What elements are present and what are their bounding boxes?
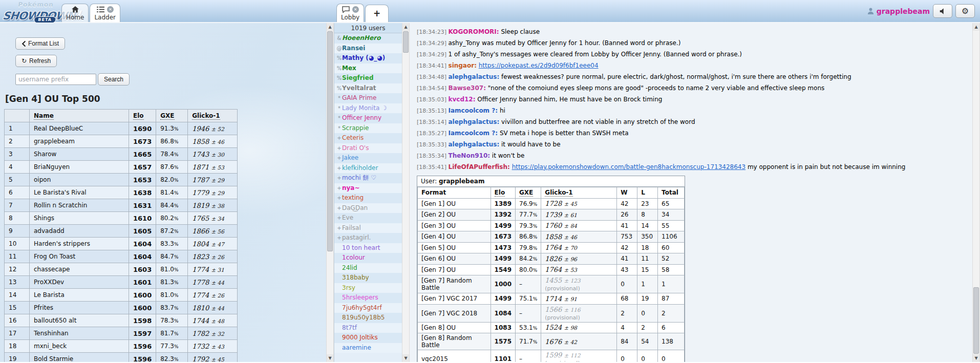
- scroll-up-icon[interactable]: ▲: [402, 23, 409, 31]
- sound-button[interactable]: [933, 4, 952, 18]
- userlist-user[interactable]: %Yveltalrat: [334, 83, 402, 94]
- userlist-user[interactable]: +texting: [334, 193, 402, 203]
- userlist-user[interactable]: +DaG͜Dan: [334, 203, 402, 213]
- player-name-cell[interactable]: Le Barista: [30, 289, 129, 302]
- player-name-cell[interactable]: Tenshinhan: [30, 327, 129, 340]
- userlist-user[interactable]: +Drati O's: [334, 143, 402, 154]
- player-name-cell[interactable]: grapplebeam: [30, 135, 129, 148]
- player-name-cell[interactable]: chassecape: [30, 263, 129, 276]
- player-name-cell[interactable]: Bold Starmie: [30, 353, 129, 362]
- player-name-cell[interactable]: advadadd: [30, 225, 129, 238]
- chat-username[interactable]: kvcd12:: [448, 96, 475, 103]
- player-name-cell[interactable]: ProXXDev: [30, 276, 129, 289]
- userlist-user[interactable]: +nya~: [334, 183, 402, 194]
- chat-username[interactable]: alephgalactus:: [448, 118, 499, 125]
- player-name-cell[interactable]: Frog On Toast: [30, 250, 129, 263]
- glicko-column-header[interactable]: Glicko-1: [188, 110, 238, 122]
- player-name-cell[interactable]: BriaNguyen: [30, 161, 129, 174]
- userlist-user[interactable]: 10 ton heart: [334, 243, 402, 253]
- userlist-user[interactable]: 5hrsleepers: [334, 293, 402, 303]
- userlist-user[interactable]: *Lady Monita ☽: [334, 103, 402, 114]
- userlist-user[interactable]: +mochi 餅 ♡: [334, 173, 402, 183]
- scroll-down-icon[interactable]: ▼: [973, 354, 979, 362]
- tab-ladder[interactable]: ✕ Ladder: [90, 4, 120, 22]
- search-button[interactable]: Search: [98, 73, 130, 86]
- name-column-header[interactable]: Name: [30, 110, 129, 122]
- userlist-user[interactable]: %Mathy (◕_◕): [334, 53, 402, 63]
- player-name-cell[interactable]: Harden's strippers: [30, 238, 129, 250]
- userlist-user[interactable]: 819u50y18b5: [334, 313, 402, 323]
- player-name-cell[interactable]: Rollin n Scratchin: [30, 199, 129, 212]
- new-tab-button[interactable]: +: [365, 5, 389, 22]
- rating-row: [Gen 2] OU139277.7%1739 ± 6126834: [418, 209, 685, 221]
- ladder-scrollbar-thumb[interactable]: [327, 31, 333, 251]
- settings-button[interactable]: ⚙: [955, 4, 975, 18]
- tab-home[interactable]: Home: [61, 4, 89, 22]
- player-name-cell[interactable]: Pfrites: [30, 302, 129, 314]
- chat-scrollbar-thumb[interactable]: [973, 287, 979, 354]
- format-list-button[interactable]: Format List: [15, 37, 65, 50]
- player-name-cell[interactable]: oipon: [30, 174, 129, 186]
- scroll-down-icon[interactable]: ▼: [327, 354, 333, 362]
- userlist-scrollbar-thumb[interactable]: [403, 31, 409, 53]
- glicko-column-header[interactable]: Glicko-1: [541, 187, 617, 199]
- scroll-up-icon[interactable]: ▲: [973, 23, 979, 31]
- userlist-user[interactable]: @Ransei: [334, 44, 402, 54]
- scroll-up-icon[interactable]: ▲: [327, 23, 333, 31]
- userlist-user[interactable]: *Officer Jenny: [334, 113, 402, 123]
- username-button[interactable]: grapplebeam: [867, 7, 930, 15]
- chat-username[interactable]: Bawse307:: [448, 84, 485, 92]
- userlist-user[interactable]: 1colour: [334, 253, 402, 263]
- userlist-user[interactable]: +pastagirl.: [334, 233, 402, 243]
- userlist-user[interactable]: +Ceteris: [334, 133, 402, 143]
- tab-lobby[interactable]: ✕ Lobby: [336, 4, 364, 22]
- chat-link[interactable]: https://play.pokemonshowdown.com/battle-…: [512, 163, 745, 170]
- player-name-cell[interactable]: ballout650 alt: [30, 314, 129, 327]
- chat-username[interactable]: KOGOROMORI:: [448, 28, 499, 35]
- ladder-scrollbar[interactable]: ▲ ▼: [326, 23, 334, 362]
- userlist-user[interactable]: +Eve: [334, 213, 402, 223]
- gxe-column-header[interactable]: GXE: [156, 110, 188, 122]
- chat-username[interactable]: Iamcoolcom ?:: [448, 107, 498, 114]
- chat-username[interactable]: alephgalactus:: [448, 73, 499, 80]
- chat-username[interactable]: singaor:: [448, 62, 476, 69]
- chat-message: [18:35:03] kvcd12: Officer Jenny banned …: [410, 94, 972, 105]
- chat-username[interactable]: alephgalactus:: [448, 141, 499, 148]
- gxe-column-header[interactable]: GXE: [516, 187, 541, 199]
- player-name-cell[interactable]: Shings: [30, 212, 129, 225]
- player-name-cell[interactable]: Sharow: [30, 148, 129, 161]
- chat-scrollbar[interactable]: ▲ ▼: [972, 23, 980, 362]
- userlist-scrollbar[interactable]: ▲ ▼: [402, 23, 410, 362]
- userlist-user[interactable]: 9000 Joltiks: [334, 333, 402, 343]
- player-name-cell[interactable]: mxni_beck: [30, 340, 129, 353]
- chat-link[interactable]: https://pokepast.es/2d9d09f6bf1eee04: [479, 62, 599, 69]
- player-name-cell[interactable]: Le Barista's Rival: [30, 186, 129, 199]
- userlist-user[interactable]: 24lid: [334, 263, 402, 273]
- userlist-user[interactable]: 3rsy: [334, 283, 402, 293]
- userlist-user[interactable]: 8t7tf: [334, 323, 402, 333]
- chat-username[interactable]: TheNon910:: [448, 152, 490, 159]
- elo-column-header[interactable]: Elo: [491, 187, 515, 199]
- userlist-user[interactable]: &HoeenHero: [334, 33, 402, 44]
- userlist-user[interactable]: *GAIA Prime: [334, 93, 402, 103]
- chat-username[interactable]: Iamcoolcom ?:: [448, 130, 498, 137]
- chat-username[interactable]: LifeOfAPufferfish:: [448, 163, 509, 170]
- elo-column-header[interactable]: Elo: [129, 110, 156, 122]
- tab-lobby-close-icon[interactable]: ✕: [352, 6, 359, 13]
- userlist-user[interactable]: %Mex: [334, 63, 402, 74]
- scroll-down-icon[interactable]: ▼: [402, 354, 409, 362]
- userlist-user[interactable]: *Scrappie: [334, 123, 402, 134]
- userlist-user[interactable]: +Failsal: [334, 223, 402, 233]
- userlist-user[interactable]: 7ju6hy5gt4rf: [334, 303, 402, 313]
- userlist-user[interactable]: +klefkiholder: [334, 163, 402, 174]
- userlist-user[interactable]: aaremine: [334, 343, 402, 353]
- user-card-username[interactable]: grapplebeam: [439, 178, 484, 185]
- userlist-user[interactable]: +Jakee: [334, 153, 402, 163]
- tab-ladder-close-icon[interactable]: ✕: [107, 6, 114, 13]
- refresh-button[interactable]: ↻ Refresh: [15, 55, 57, 67]
- userlist-user[interactable]: 318baby: [334, 273, 402, 283]
- player-name-cell[interactable]: Real DeepBlueC: [30, 122, 129, 135]
- username-prefix-input[interactable]: [15, 74, 96, 85]
- total-cell: 34: [658, 209, 685, 221]
- userlist-user[interactable]: %Siegfried: [334, 73, 402, 83]
